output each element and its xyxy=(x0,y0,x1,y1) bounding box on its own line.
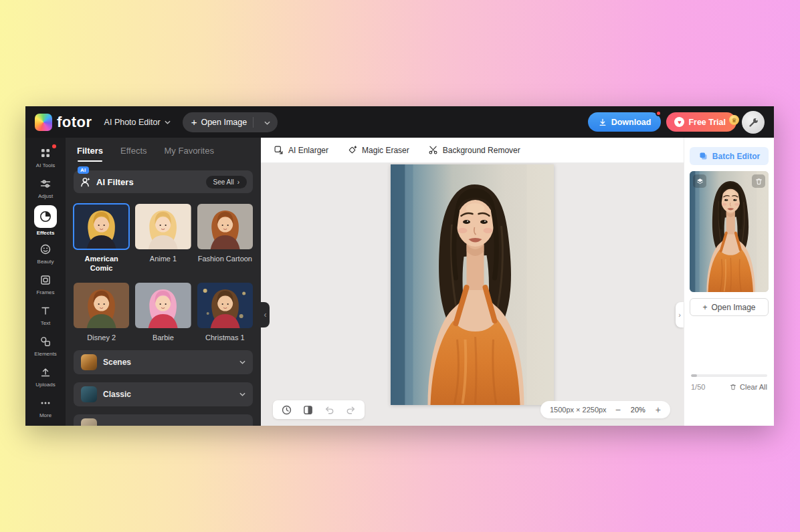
sidebar-item-label: Effects xyxy=(37,230,55,236)
sidebar-item-text[interactable]: Text xyxy=(25,299,66,330)
batch-counter: 1/50 xyxy=(691,383,705,391)
editor-mode-menu[interactable]: AI Photo Editor xyxy=(104,118,171,127)
filter-label: American Comic xyxy=(74,254,129,273)
batch-editor-label: Batch Editor xyxy=(712,152,760,161)
batch-progress-fill xyxy=(691,374,697,377)
filter-american-comic[interactable]: American Comic xyxy=(74,204,129,273)
sidebar-item-elements[interactable]: Elements xyxy=(25,330,66,361)
see-all-button[interactable]: See All › xyxy=(206,176,247,188)
filter-label: Anime 1 xyxy=(135,254,191,263)
chevron-left-icon: ‹ xyxy=(264,310,267,319)
magic-eraser-button[interactable]: Magic Eraser xyxy=(347,145,409,155)
group-label: Classic xyxy=(103,390,233,399)
chevron-down-icon xyxy=(165,120,171,124)
filter-fashion-cartoon[interactable]: Fashion Cartoon xyxy=(197,204,253,273)
chevron-right-icon: › xyxy=(678,311,681,319)
clear-all-label: Clear All xyxy=(740,383,767,391)
filter-christmas-1[interactable]: Christmas 1 xyxy=(197,283,253,342)
open-image-dropdown[interactable] xyxy=(260,118,275,127)
wrench-icon xyxy=(747,116,759,128)
collapse-right-panel-handle[interactable]: › xyxy=(676,302,684,327)
filter-grid: American Comic xyxy=(66,193,261,342)
undo-button[interactable] xyxy=(324,404,335,416)
ai-person-icon xyxy=(80,176,91,188)
batch-editor-button[interactable]: Batch Editor xyxy=(690,147,769,165)
tab-effects[interactable]: Effects xyxy=(120,146,147,156)
filter-thumbnail xyxy=(197,283,253,328)
effects-icon xyxy=(34,205,57,228)
free-trial-label: Free Trial xyxy=(688,118,726,127)
classic-thumbnail xyxy=(81,386,97,402)
zoom-in-button[interactable]: + xyxy=(656,405,661,414)
redo-button[interactable] xyxy=(345,404,357,416)
sidebar-item-label: AI Tools xyxy=(36,162,55,168)
heart-icon: ♥ xyxy=(674,117,684,127)
ai-filters-title: AI Filters xyxy=(96,177,206,187)
frames-icon xyxy=(38,273,53,287)
tool-label: Magic Eraser xyxy=(362,146,409,155)
sidebar-item-uploads[interactable]: Uploads xyxy=(25,361,66,392)
group-classic[interactable]: Classic xyxy=(74,382,253,406)
sidebar-item-beauty[interactable]: Beauty xyxy=(25,238,66,269)
canvas-stage[interactable]: 1500px × 2250px − 20% + xyxy=(261,163,684,426)
ai-badge: AI xyxy=(78,166,89,174)
tab-my-favorites[interactable]: My Favorites xyxy=(165,146,214,156)
adjust-icon xyxy=(38,176,53,191)
sidebar-item-ai-tools[interactable]: AI Tools xyxy=(25,142,66,172)
sidebar-item-label: Uploads xyxy=(35,382,55,388)
sidebar-item-frames[interactable]: Frames xyxy=(25,269,66,299)
filter-thumbnail xyxy=(74,204,129,249)
group-thumbnail xyxy=(81,418,97,426)
more-icon xyxy=(38,396,53,410)
open-image-label: Open Image xyxy=(711,303,755,312)
crown-icon: ♛ xyxy=(729,115,739,125)
image-dimensions: 1500px × 2250px xyxy=(550,406,607,414)
filter-barbie[interactable]: Barbie xyxy=(135,283,191,342)
group-scenes[interactable]: Scenes xyxy=(74,350,253,374)
sidebar-item-more[interactable]: More xyxy=(25,392,66,422)
fotor-logo[interactable]: fotor xyxy=(35,114,92,131)
canvas-area: AI Enlarger Magic Eraser xyxy=(261,138,684,426)
edited-image[interactable] xyxy=(391,164,554,405)
scissors-icon xyxy=(428,145,438,155)
user-avatar[interactable] xyxy=(742,111,765,134)
chevron-right-icon: › xyxy=(237,178,239,186)
open-image-button-right[interactable]: + Open Image xyxy=(690,298,769,316)
page-background: fotor AI Photo Editor + Open Image xyxy=(0,0,800,532)
group-partial[interactable] xyxy=(74,414,253,426)
layers-button[interactable] xyxy=(693,174,706,188)
download-button[interactable]: Download xyxy=(588,112,662,132)
open-image-button[interactable]: + Open Image xyxy=(183,112,278,132)
compare-button[interactable] xyxy=(302,404,314,416)
batch-icon xyxy=(698,151,708,161)
open-image-label: Open Image xyxy=(201,118,247,127)
image-thumbnail-card[interactable] xyxy=(690,171,769,292)
batch-footer: 1/50 Clear All xyxy=(690,383,769,391)
background-remover-button[interactable]: Background Remover xyxy=(428,145,520,155)
free-trial-button[interactable]: ♥ Free Trial ♛ xyxy=(666,112,736,132)
uploads-icon xyxy=(38,365,53,380)
group-label: Scenes xyxy=(103,358,233,367)
filter-anime-1[interactable]: Anime 1 xyxy=(135,204,191,273)
filter-disney-2[interactable]: Disney 2 xyxy=(74,283,129,342)
batch-progress-bar xyxy=(691,374,767,377)
chevron-down-icon xyxy=(264,121,270,125)
clear-all-button[interactable]: Clear All xyxy=(729,383,767,391)
tab-filters[interactable]: Filters xyxy=(77,146,103,156)
batch-panel: Batch Editor xyxy=(684,138,774,426)
chevron-down-icon xyxy=(239,392,245,396)
ai-filters-card[interactable]: AI AI Filters See All › xyxy=(74,170,253,193)
sidebar-item-effects[interactable]: Effects xyxy=(25,203,66,238)
ai-enlarger-button[interactable]: AI Enlarger xyxy=(274,145,328,155)
tool-label: AI Enlarger xyxy=(288,146,328,155)
sidebar-item-adjust[interactable]: Adjust xyxy=(25,172,66,203)
chevron-down-icon xyxy=(239,360,245,364)
history-button[interactable] xyxy=(281,404,292,416)
download-icon xyxy=(598,118,607,127)
ai-tools-icon xyxy=(38,146,53,160)
zoom-out-button[interactable]: − xyxy=(615,405,621,414)
delete-image-button[interactable] xyxy=(752,174,765,188)
fotor-logo-icon xyxy=(35,114,52,131)
scenes-thumbnail xyxy=(81,354,97,370)
collapse-left-panel-handle[interactable]: ‹ xyxy=(261,302,270,327)
